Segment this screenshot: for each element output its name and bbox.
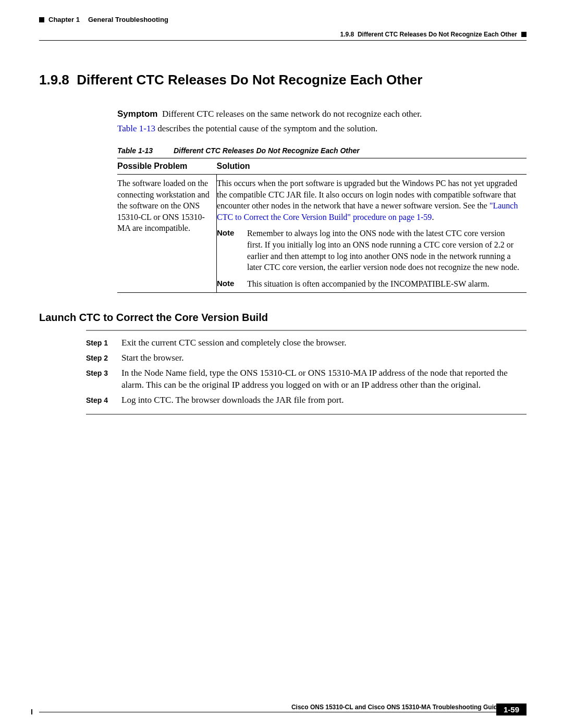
chapter-title: General Troubleshooting (88, 16, 168, 23)
table-header-problem: Possible Problem (117, 158, 217, 175)
solution-intro: This occurs when the port software is up… (217, 179, 517, 210)
note-label: Note (217, 228, 238, 273)
section-number: 1.9.8 (39, 72, 69, 88)
header-rule (39, 40, 527, 41)
step-label: Step 2 (86, 352, 114, 364)
steps-rule-top (86, 330, 527, 331)
step-text: Start the browser. (121, 352, 183, 364)
table-caption-label: Table 1-13 (117, 146, 153, 155)
note-row: Note This situation is often accompanied… (217, 278, 521, 290)
section-heading: 1.9.8 Different CTC Releases Do Not Reco… (39, 72, 527, 88)
note-text: This situation is often accompanied by t… (247, 278, 521, 290)
symptom-line: Symptom Different CTC releases on the sa… (117, 109, 527, 119)
section-title: Different CTC Releases Do Not Recognize … (77, 72, 422, 88)
running-header-right: 1.9.8 Different CTC Releases Do Not Reco… (340, 31, 527, 38)
step-row: Step 3 In the Node Name field, type the … (86, 367, 527, 391)
possible-problem-cell: The software loaded on the connecting wo… (117, 175, 217, 293)
step-row: Step 1 Exit the current CTC session and … (86, 337, 527, 349)
note-row: Note Remember to always log into the ONS… (217, 228, 521, 273)
header-square-icon (39, 17, 44, 22)
step-label: Step 4 (86, 394, 114, 406)
step-row: Step 4 Log into CTC. The browser downloa… (86, 394, 527, 406)
footer-rule (39, 712, 527, 712)
steps-rule-bottom (86, 414, 527, 415)
step-text: Log into CTC. The browser downloads the … (121, 394, 344, 406)
header-section-title: Different CTC Releases Do Not Recognize … (358, 31, 517, 38)
running-header-left: Chapter 1 General Troubleshooting (39, 16, 168, 23)
step-row: Step 2 Start the browser. (86, 352, 527, 364)
footer-book-title: Cisco ONS 15310-CL and Cisco ONS 15310-M… (291, 704, 518, 711)
note-label: Note (217, 278, 238, 290)
step-text: Exit the current CTC session and complet… (121, 337, 347, 349)
symptom-text: Different CTC releases on the same netwo… (162, 109, 422, 119)
page-footer: Cisco ONS 15310-CL and Cisco ONS 15310-M… (39, 704, 527, 712)
symptom-label: Symptom (117, 109, 157, 119)
solution-cell: This occurs when the port software is up… (217, 175, 527, 293)
page-number-badge: 1-59 (496, 704, 527, 715)
table-caption-title: Different CTC Releases Do Not Recognize … (174, 146, 360, 155)
table-caption: Table 1-13 Different CTC Releases Do Not… (117, 146, 527, 155)
solution-after: . (432, 213, 434, 221)
chapter-number: Chapter 1 (48, 16, 80, 23)
note-text: Remember to always log into the ONS node… (247, 228, 521, 273)
crop-mark-icon (31, 709, 32, 714)
table-header-solution: Solution (217, 158, 527, 175)
table-reference-line: Table 1-13 describes the potential cause… (117, 124, 527, 134)
header-section-ref: 1.9.8 (340, 31, 354, 38)
step-label: Step 3 (86, 367, 114, 391)
header-square-icon (521, 32, 527, 37)
procedure-heading: Launch CTC to Correct the Core Version B… (39, 312, 527, 324)
table-row: The software loaded on the connecting wo… (117, 175, 527, 293)
problem-solution-table: Possible Problem Solution The software l… (117, 158, 527, 293)
table-reference-link[interactable]: Table 1-13 (117, 124, 155, 133)
step-text: In the Node Name field, type the ONS 153… (121, 367, 527, 391)
step-label: Step 1 (86, 337, 114, 349)
table-reference-after: describes the potential cause of the sym… (155, 124, 377, 133)
